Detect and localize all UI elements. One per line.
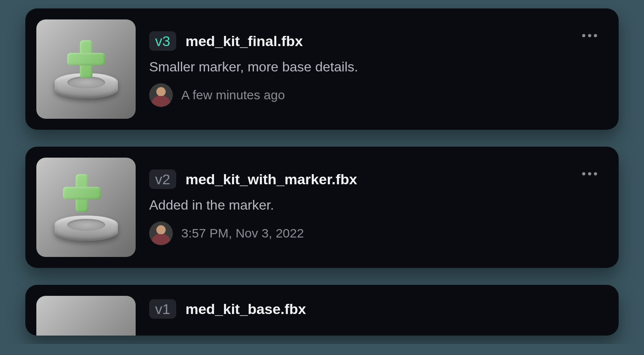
asset-thumbnail[interactable]	[36, 19, 136, 119]
version-description: Added in the marker.	[149, 197, 602, 213]
version-timestamp: 3:57 PM, Nov 3, 2022	[181, 226, 304, 240]
version-filename: med_kit_final.fbx	[186, 33, 303, 49]
more-options-button[interactable]: •••	[579, 27, 602, 44]
version-meta: A few minutes ago	[149, 83, 602, 107]
more-options-button[interactable]: •••	[579, 165, 602, 182]
version-card[interactable]: v1 med_kit_base.fbx	[25, 285, 619, 336]
version-card-body: v1 med_kit_base.fbx	[149, 296, 602, 319]
version-timestamp: A few minutes ago	[181, 88, 285, 102]
version-card-body: v3 med_kit_final.fbx Smaller marker, mor…	[149, 31, 602, 107]
version-card[interactable]: v3 med_kit_final.fbx Smaller marker, mor…	[25, 8, 619, 130]
version-description: Smaller marker, more base details.	[149, 59, 602, 75]
medkit-model-icon	[44, 165, 128, 250]
version-badge: v1	[149, 299, 176, 319]
version-header-row: v2 med_kit_with_marker.fbx	[149, 169, 602, 189]
asset-thumbnail[interactable]	[36, 296, 136, 336]
author-avatar[interactable]	[149, 83, 173, 107]
version-card[interactable]: v2 med_kit_with_marker.fbx Added in the …	[25, 147, 619, 268]
medkit-model-icon	[44, 27, 128, 112]
author-avatar[interactable]	[149, 221, 173, 245]
medkit-model-icon	[44, 303, 128, 336]
version-filename: med_kit_base.fbx	[186, 301, 306, 317]
asset-thumbnail[interactable]	[36, 158, 136, 257]
version-header-row: v1 med_kit_base.fbx	[149, 299, 602, 319]
version-badge: v3	[149, 31, 176, 51]
version-card-body: v2 med_kit_with_marker.fbx Added in the …	[149, 169, 602, 245]
version-meta: 3:57 PM, Nov 3, 2022	[149, 221, 602, 245]
version-history-list: v3 med_kit_final.fbx Smaller marker, mor…	[25, 8, 619, 336]
version-badge: v2	[149, 169, 176, 189]
version-header-row: v3 med_kit_final.fbx	[149, 31, 602, 51]
version-filename: med_kit_with_marker.fbx	[186, 171, 357, 188]
ellipsis-icon: •••	[582, 167, 599, 180]
ellipsis-icon: •••	[582, 29, 599, 42]
